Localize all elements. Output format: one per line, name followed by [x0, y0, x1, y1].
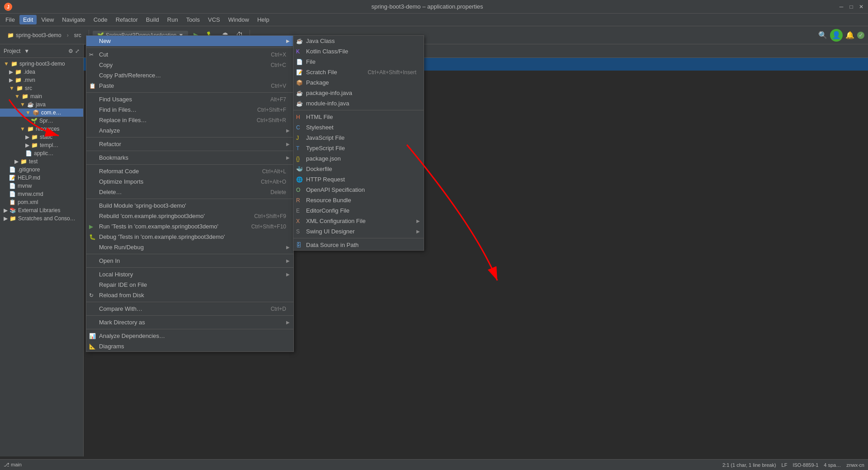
context-menu-cut[interactable]: ✂ Cut Ctrl+X — [86, 49, 293, 60]
window-controls[interactable]: ─ □ ✕ — [838, 4, 864, 10]
context-menu-run-tests[interactable]: ▶ Run 'Tests in 'com.example.springboot3… — [86, 221, 293, 232]
tree-item-scratches[interactable]: ▶ 📁 Scratches and Conso… — [0, 214, 83, 223]
menu-run[interactable]: Run — [164, 15, 182, 24]
context-menu-copy[interactable]: Copy Ctrl+C — [86, 60, 293, 70]
maximize-button[interactable]: □ — [848, 4, 854, 10]
context-menu-delete[interactable]: Delete… Delete — [86, 187, 293, 197]
window-title: spring-boot3-demo – application.properti… — [16, 3, 838, 10]
submenu-xml-config[interactable]: X XML Configuration File — [293, 216, 424, 226]
context-menu-repair-ide[interactable]: Repair IDE on File — [86, 280, 293, 290]
tree-item-mvn[interactable]: ▶ 📁 .mvn — [0, 76, 83, 84]
submenu-scratch-file[interactable]: 📝 Scratch File Ctrl+Alt+Shift+Insert — [293, 67, 424, 77]
tree-item-com[interactable]: ▼ 📦 com.e… — [0, 109, 83, 117]
context-menu-more-run[interactable]: More Run/Debug — [86, 242, 293, 252]
tree-item-templates[interactable]: ▶ 📁 templ… — [0, 141, 83, 149]
tree-item-static[interactable]: ▶ 📁 static — [0, 133, 83, 141]
submenu-module-info[interactable]: ☕ module-info.java — [293, 98, 424, 109]
tree-item-root[interactable]: ▼ 📁 spring-boot3-demo — [0, 60, 83, 68]
menu-view[interactable]: View — [38, 15, 57, 24]
tree-item-main[interactable]: ▼ 📁 main — [0, 92, 83, 100]
context-menu-new[interactable]: New — [86, 36, 293, 46]
tree-item-spring[interactable]: 🌱 Spr… — [0, 117, 83, 125]
menu-refactor[interactable]: Refactor — [112, 15, 142, 24]
separator-2 — [86, 92, 293, 93]
tree-item-idea[interactable]: ▶ 📁 .idea — [0, 68, 83, 76]
toolbar-breadcrumb[interactable]: src — [71, 31, 85, 40]
close-button[interactable]: ✕ — [858, 4, 864, 10]
menu-vcs[interactable]: VCS — [204, 15, 224, 24]
tree-item-src[interactable]: ▼ 📁 src — [0, 84, 83, 92]
context-menu-open-in[interactable]: Open In — [86, 256, 293, 266]
tree-item-test[interactable]: ▶ 📁 test — [0, 157, 83, 166]
context-menu-reformat[interactable]: Reformat Code Ctrl+Alt+L — [86, 166, 293, 176]
context-menu-bookmarks[interactable]: Bookmarks — [86, 152, 293, 163]
submenu-stylesheet[interactable]: C Stylesheet — [293, 122, 424, 133]
tree-item-java[interactable]: ▼ ☕ java — [0, 100, 83, 109]
toolbar-project[interactable]: 📁 spring-boot3-demo — [4, 31, 65, 40]
context-menu-mark-dir[interactable]: Mark Directory as — [86, 317, 293, 328]
tree-item-help[interactable]: 📝 HELP.md — [0, 174, 83, 182]
tree-item-mvnw[interactable]: 📄 mvnw — [0, 182, 83, 190]
menu-file[interactable]: File — [2, 15, 19, 24]
sidebar-expand-icon[interactable]: ⤢ — [75, 48, 80, 54]
tree-item-resources[interactable]: ▼ 📁 resources — [0, 125, 83, 133]
context-menu-rebuild[interactable]: Rebuild 'com.example.springboot3demo' Ct… — [86, 211, 293, 221]
tree-item-appprops[interactable]: 📄 applic… — [0, 149, 83, 157]
submenu-dockerfile[interactable]: 🐳 Dockerfile — [293, 164, 424, 174]
openapi-icon: O — [296, 187, 300, 193]
submenu-http[interactable]: 🌐 HTTP Request — [293, 174, 424, 185]
context-menu-analyze[interactable]: Analyze — [86, 125, 293, 136]
user-avatar[interactable]: 👤 — [830, 29, 843, 42]
context-menu-diagrams[interactable]: 📐 Diagrams — [86, 341, 293, 351]
submenu-ts[interactable]: T TypeScript File — [293, 143, 424, 153]
context-menu-build-module[interactable]: Build Module 'spring-boot3-demo' — [86, 200, 293, 211]
submenu-openapi[interactable]: O OpenAPI Specification — [293, 185, 424, 195]
menu-help[interactable]: Help — [254, 15, 273, 24]
context-menu-find-files[interactable]: Find in Files… Ctrl+Shift+F — [86, 104, 293, 115]
context-menu-copy-path[interactable]: Copy Path/Reference… — [86, 70, 293, 81]
static-icon: 📁 — [31, 134, 38, 140]
submenu-package-json[interactable]: {} package.json — [293, 153, 424, 164]
context-menu-replace-files[interactable]: Replace in Files… Ctrl+Shift+R — [86, 115, 293, 125]
context-menu-reload[interactable]: ↻ Reload from Disk — [86, 290, 293, 300]
context-menu-debug-tests[interactable]: 🐛 Debug 'Tests in 'com.example.springboo… — [86, 232, 293, 242]
submenu-resource-bundle[interactable]: R Resource Bundle — [293, 195, 424, 205]
tree-item-gitignore[interactable]: 📄 .gitignore — [0, 166, 83, 174]
context-menu-analyze-deps[interactable]: 📊 Analyze Dependencies… — [86, 331, 293, 341]
submenu-java-class[interactable]: ☕ Java Class — [293, 36, 424, 46]
cursor-position: 2:1 (1 char, 1 line break) — [722, 462, 776, 468]
cut-icon: ✂ — [89, 52, 94, 58]
tree-item-mvnwcmd[interactable]: 📄 mvnw.cmd — [0, 190, 83, 198]
context-menu-paste[interactable]: 📋 Paste Ctrl+V — [86, 81, 293, 91]
notifications-button[interactable]: 🔔 — [844, 29, 856, 42]
submenu-html[interactable]: H HTML File — [293, 112, 424, 122]
context-menu-compare[interactable]: Compare With… Ctrl+D — [86, 304, 293, 314]
context-menu-refactor[interactable]: Refactor — [86, 139, 293, 149]
templates-icon: 📁 — [31, 142, 38, 148]
submenu-file[interactable]: 📄 File — [293, 57, 424, 67]
menu-navigate[interactable]: Navigate — [58, 15, 89, 24]
submenu-kotlin-class[interactable]: K Kotlin Class/File — [293, 46, 424, 57]
minimize-button[interactable]: ─ — [838, 4, 844, 10]
menu-window[interactable]: Window — [225, 15, 253, 24]
submenu-js[interactable]: J JavaScript File — [293, 133, 424, 143]
submenu-editorconfig[interactable]: E EditorConfig File — [293, 205, 424, 216]
context-menu-local-history[interactable]: Local History — [86, 269, 293, 280]
search-everywhere-button[interactable]: 🔍 — [816, 29, 829, 42]
analyze-deps-icon: 📊 — [89, 333, 96, 339]
context-menu-optimize-imports[interactable]: Optimize Imports Ctrl+Alt+O — [86, 176, 293, 187]
submenu-package-info[interactable]: ☕ package-info.java — [293, 88, 424, 98]
sidebar-settings-icon[interactable]: ⚙ — [68, 48, 73, 54]
project-dropdown-icon[interactable]: ▼ — [24, 48, 29, 54]
submenu-swing[interactable]: S Swing UI Designer — [293, 226, 424, 237]
submenu-package[interactable]: 📦 Package — [293, 77, 424, 88]
menu-code[interactable]: Code — [90, 15, 111, 24]
docker-icon: 🐳 — [296, 166, 303, 172]
tree-item-pomxml[interactable]: 📋 pom.xml — [0, 198, 83, 206]
tree-item-ext-libs[interactable]: ▶ 📚 External Libraries — [0, 206, 83, 214]
menu-edit[interactable]: Edit — [19, 15, 37, 24]
menu-tools[interactable]: Tools — [183, 15, 203, 24]
context-menu-find-usages[interactable]: Find Usages Alt+F7 — [86, 94, 293, 104]
submenu-datasource[interactable]: 🗄 Data Source in Path — [293, 240, 424, 250]
menu-build[interactable]: Build — [142, 15, 163, 24]
